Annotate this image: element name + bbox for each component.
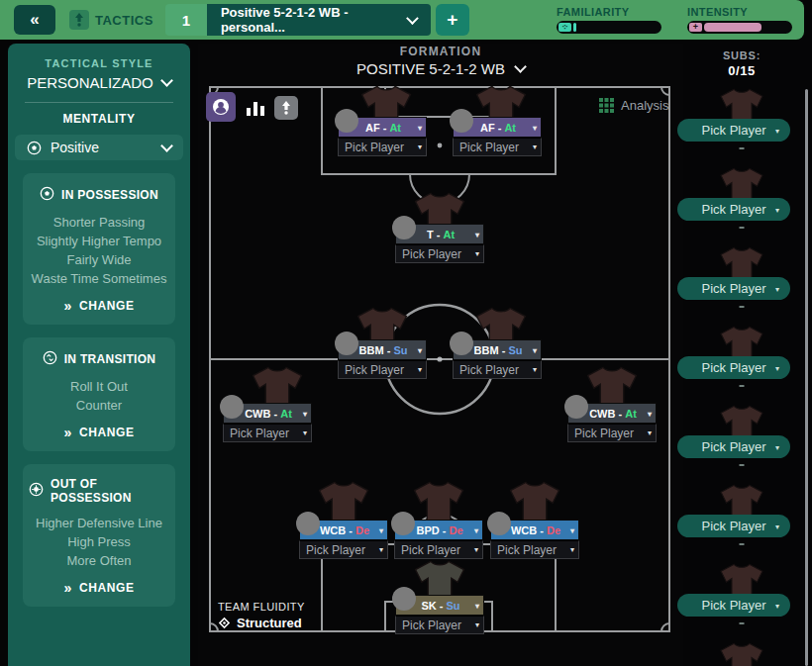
- transition-arrows-icon: [43, 350, 57, 368]
- change-label: CHANGE: [79, 426, 135, 439]
- intensity-fill: [704, 23, 761, 32]
- pick-player-dropdown[interactable]: Pick Player ▾: [338, 138, 427, 156]
- sub-slot: Pick Player ▾: [671, 162, 812, 241]
- sub-pick-player-button[interactable]: Pick Player ▾: [677, 435, 790, 458]
- change-button[interactable]: » CHANGE: [64, 426, 135, 439]
- player-badge[interactable]: [220, 395, 244, 419]
- caret-down-icon: ▾: [644, 428, 656, 437]
- caret-down-icon: ▾: [648, 409, 652, 418]
- instruction-item: Higher Defensive Line: [36, 514, 162, 532]
- sub-pick-player-button[interactable]: Pick Player ▾: [677, 277, 790, 300]
- pick-player-dropdown[interactable]: Pick Player ▾: [223, 424, 312, 442]
- sub-pick-player-button[interactable]: Pick Player ▾: [677, 356, 790, 379]
- role-abbr: WCB: [320, 524, 346, 536]
- caret-down-icon: ▾: [775, 601, 779, 610]
- familiarity-bar: ⁘: [557, 21, 661, 34]
- player-badge[interactable]: [487, 512, 511, 535]
- analysis-label: Analysis: [621, 98, 668, 113]
- player-badge[interactable]: [564, 395, 588, 419]
- tactics-breadcrumb: TACTICS: [69, 10, 153, 30]
- pitch-view-button[interactable]: [274, 96, 298, 120]
- pick-player-label: Pick Player: [701, 598, 765, 613]
- mentality-dropdown[interactable]: Positive: [15, 135, 183, 160]
- analysis-button[interactable]: Analysis: [599, 98, 668, 113]
- sub-slot-marker: [740, 227, 745, 229]
- player-badge[interactable]: [392, 216, 416, 239]
- sub-pick-player-button[interactable]: Pick Player ▾: [677, 515, 790, 537]
- change-button[interactable]: » CHANGE: [64, 299, 135, 313]
- role-duty: At: [443, 229, 455, 240]
- players-view-button[interactable]: [206, 92, 236, 122]
- sub-pick-player-button[interactable]: Pick Player ▾: [677, 594, 790, 617]
- caret-down-icon: ▾: [470, 545, 482, 554]
- change-button[interactable]: » CHANGE: [64, 581, 135, 595]
- change-label: CHANGE: [79, 299, 135, 313]
- tactics-panel: OUT OF POSSESSION Higher Defensive LineH…: [23, 464, 175, 607]
- pick-player-label: Pick Player: [306, 543, 365, 557]
- pick-player-dropdown[interactable]: Pick Player ▾: [490, 540, 579, 559]
- mentality-value: Positive: [51, 140, 99, 155]
- role-duty: At: [280, 408, 292, 420]
- caret-down-icon: ▾: [775, 126, 779, 135]
- pick-player-label: Pick Player: [701, 202, 765, 217]
- instruction-item: Waste Time Sometimes: [32, 269, 167, 288]
- pick-player-dropdown[interactable]: Pick Player ▾: [299, 540, 388, 559]
- pick-player-label: Pick Player: [459, 141, 519, 154]
- caret-down-icon: ▾: [471, 249, 483, 258]
- pick-player-dropdown[interactable]: Pick Player ▾: [394, 540, 483, 559]
- caret-down-icon: ▾: [474, 525, 478, 534]
- fm-tactics-screen: « TACTICS 1 Positive 5-2-1-2 WB - person…: [0, 0, 812, 666]
- intensity-label: INTENSITY: [687, 6, 792, 18]
- change-label: CHANGE: [79, 581, 135, 595]
- instruction-item: Slightly Higher Tempo: [32, 232, 167, 250]
- role-abbr: CWB: [245, 408, 270, 420]
- pick-player-dropdown[interactable]: Pick Player ▾: [395, 244, 484, 263]
- top-bar: « TACTICS 1 Positive 5-2-1-2 WB - person…: [0, 0, 804, 40]
- instruction-item: Counter: [70, 396, 128, 415]
- player-badge[interactable]: [391, 512, 415, 535]
- pick-player-dropdown[interactable]: Pick Player ▾: [567, 424, 657, 442]
- subs-scrollbar[interactable]: [805, 89, 808, 666]
- pick-player-dropdown[interactable]: Pick Player ▾: [453, 138, 542, 156]
- tactic-number-badge: 1: [165, 4, 207, 36]
- sub-pick-player-button[interactable]: Pick Player ▾: [677, 198, 790, 221]
- pick-player-dropdown[interactable]: Pick Player ▾: [338, 360, 427, 379]
- sub-pick-player-button[interactable]: Pick Player ▾: [677, 119, 790, 142]
- sub-slot-marker: [740, 306, 745, 308]
- player-badge[interactable]: [450, 332, 473, 355]
- grid-icon: [599, 98, 614, 113]
- player-badge[interactable]: [335, 109, 358, 133]
- sub-slot-marker: [740, 147, 745, 149]
- chevron-down-icon: [160, 74, 173, 87]
- football-icon: [40, 186, 54, 204]
- player-badge[interactable]: [296, 512, 320, 535]
- instruction-item: Fairly Wide: [32, 250, 167, 269]
- pick-player-label: Pick Player: [402, 618, 461, 632]
- pick-player-label: Pick Player: [701, 360, 765, 375]
- sub-slot-marker: [740, 385, 745, 387]
- role-duty: Su: [447, 600, 460, 612]
- caret-down-icon: ▾: [475, 230, 479, 238]
- player-badge[interactable]: [335, 332, 358, 355]
- tactic-selector-dropdown[interactable]: 1 Positive 5-2-1-2 WB - personal...: [165, 4, 431, 36]
- familiarity-label: FAMILIARITY: [557, 6, 661, 18]
- pick-player-dropdown[interactable]: Pick Player ▾: [395, 616, 484, 634]
- double-chevron-icon: »: [64, 427, 72, 438]
- caret-down-icon: ▾: [475, 601, 479, 610]
- football-icon: [27, 141, 42, 155]
- player-badge[interactable]: [392, 587, 416, 611]
- add-tactic-button[interactable]: +: [436, 4, 469, 36]
- player-badge[interactable]: [450, 109, 473, 133]
- tactics-panel: IN POSSESSION Shorter PassingSlightly Hi…: [23, 173, 175, 325]
- panel-items: Shorter PassingSlightly Higher TempoFair…: [32, 213, 167, 288]
- instruction-item: Shorter Passing: [32, 213, 167, 232]
- subs-sidebar: SUBS: 0/15 Pick Player ▾ Pick Player ▾ P…: [671, 44, 812, 666]
- tactical-style-dropdown[interactable]: PERSONALIZADO: [27, 74, 171, 91]
- pick-player-label: Pick Player: [401, 543, 460, 557]
- back-button[interactable]: «: [14, 5, 55, 35]
- pick-player-dropdown[interactable]: Pick Player ▾: [453, 360, 542, 379]
- team-fluidity-label: TEAM FLUIDITY: [218, 601, 305, 613]
- stats-view-button[interactable]: [243, 97, 268, 119]
- role-duty: At: [625, 408, 637, 420]
- role-abbr: SK: [421, 600, 436, 612]
